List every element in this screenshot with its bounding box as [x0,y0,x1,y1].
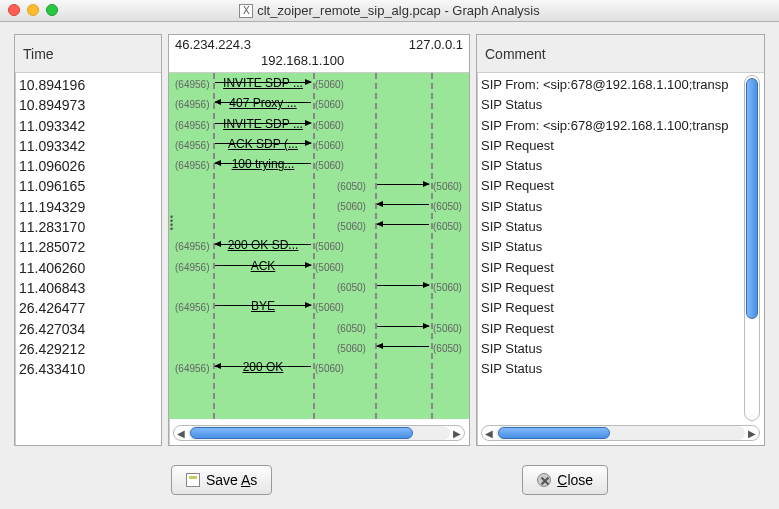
comment-item[interactable]: SIP Status [481,359,760,379]
port-label: (5060) [315,302,344,313]
arrow-left-icon [377,204,429,205]
arrow-right-icon: ACK SDP (... [215,143,311,144]
comment-item[interactable]: SIP Request [481,298,760,318]
comment-item[interactable]: SIP Status [481,217,760,237]
comment-item[interactable]: SIP Request [481,176,760,196]
comment-item[interactable]: SIP From: <sip:678@192.168.1.100;transp [481,116,760,136]
port-label: (64956) [175,99,209,110]
comment-vscroll[interactable] [744,75,760,421]
comment-item[interactable]: SIP Status [481,197,760,217]
time-item[interactable]: 26.429212 [19,339,157,359]
flow-row[interactable]: (64956)(5060)200 OK SD... [169,235,469,255]
flow-header: 46.234.224.3 192.168.1.100 127.0.0.1 [169,35,469,73]
scroll-right-icon[interactable]: ▶ [450,428,464,439]
flow-row[interactable]: (5060)(6050) [169,195,469,215]
port-label: (5060) [315,120,344,131]
comment-item[interactable]: SIP Status [481,339,760,359]
port-label: (5060) [433,181,462,192]
comment-item[interactable]: SIP Request [481,278,760,298]
close-button[interactable]: Close [522,465,608,495]
flow-row[interactable]: (5060)(6050) [169,337,469,357]
time-item[interactable]: 11.096165 [19,176,157,196]
time-item[interactable]: 10.894196 [19,75,157,95]
port-label: (64956) [175,79,209,90]
flow-row[interactable]: (64956)(5060)200 OK [169,357,469,377]
time-item[interactable]: 11.093342 [19,136,157,156]
flow-row[interactable]: (64956)(5060)407 Proxy ... [169,93,469,113]
flow-row[interactable]: (64956)(5060)INVITE SDP ... [169,73,469,93]
time-header: Time [15,35,161,73]
flow-row[interactable]: (6050)(5060) [169,317,469,337]
arrow-right-icon: INVITE SDP ... [215,82,311,83]
port-label: (64956) [175,302,209,313]
message-label: 100 trying... [215,157,311,171]
time-item[interactable]: 11.285072 [19,237,157,257]
port-label: (5060) [337,221,366,232]
message-label: ACK SDP (... [215,137,311,151]
port-label: (5060) [337,343,366,354]
flow-pane: 46.234.224.3 192.168.1.100 127.0.0.1 (64… [168,34,470,446]
flow-row[interactable]: (6050)(5060) [169,276,469,296]
time-item[interactable]: 10.894973 [19,95,157,115]
time-item[interactable]: 11.406260 [19,258,157,278]
panes: Time 10.89419610.89497311.09334211.09334… [14,34,765,446]
app-x-icon: X [239,4,253,18]
time-item[interactable]: 11.406843 [19,278,157,298]
time-item[interactable]: 26.426477 [19,298,157,318]
comment-item[interactable]: SIP Request [481,136,760,156]
port-label: (6050) [433,221,462,232]
time-item[interactable]: 26.427034 [19,319,157,339]
port-label: (64956) [175,241,209,252]
comment-item[interactable]: SIP From: <sip:678@192.168.1.100;transp [481,75,760,95]
flow-row[interactable]: (64956)(5060)100 trying... [169,154,469,174]
zoom-window-icon[interactable] [46,4,58,16]
close-window-icon[interactable] [8,4,20,16]
comment-hscroll[interactable]: ◀ ▶ [481,425,760,441]
flow-row[interactable]: (64956)(5060)ACK SDP (... [169,134,469,154]
arrow-right-icon [377,184,429,185]
time-item[interactable]: 11.093342 [19,116,157,136]
scroll-right-icon[interactable]: ▶ [745,428,759,439]
arrow-right-icon [377,285,429,286]
flow-body[interactable]: (64956)(5060)INVITE SDP ...(64956)(5060)… [169,73,469,445]
comment-pane: Comment SIP From: <sip:678@192.168.1.100… [476,34,765,446]
save-as-button[interactable]: Save As [171,465,272,495]
message-label: 407 Proxy ... [215,96,311,110]
flow-row[interactable]: (5060)(6050) [169,215,469,235]
scroll-left-icon[interactable]: ◀ [482,428,496,439]
arrow-left-icon: 100 trying... [215,163,311,164]
comment-item[interactable]: SIP Status [481,156,760,176]
time-item[interactable]: 11.096026 [19,156,157,176]
arrow-left-icon: 200 OK [215,366,311,367]
minimize-window-icon[interactable] [27,4,39,16]
port-label: (64956) [175,140,209,151]
time-item[interactable]: 26.433410 [19,359,157,379]
port-label: (64956) [175,262,209,273]
flow-row[interactable]: (6050)(5060) [169,175,469,195]
scroll-left-icon[interactable]: ◀ [174,428,188,439]
port-label: (6050) [337,323,366,334]
port-label: (5060) [315,140,344,151]
message-label: 200 OK SD... [215,238,311,252]
message-label: INVITE SDP ... [215,117,311,131]
port-label: (5060) [337,201,366,212]
message-label: ACK [215,259,311,273]
arrow-right-icon: INVITE SDP ... [215,123,311,124]
port-label: (6050) [433,343,462,354]
comment-header: Comment [477,35,764,73]
comment-item[interactable]: SIP Request [481,319,760,339]
ip-label-2: 127.0.0.1 [409,37,463,52]
flow-row[interactable]: (64956)(5060)BYE [169,296,469,316]
flow-row[interactable]: (64956)(5060)INVITE SDP ... [169,114,469,134]
port-label: (5060) [315,241,344,252]
port-label: (5060) [315,262,344,273]
comment-item[interactable]: SIP Status [481,237,760,257]
comment-item[interactable]: SIP Status [481,95,760,115]
flow-hscroll[interactable]: ◀ ▶ [173,425,465,441]
arrow-left-icon [377,224,429,225]
time-item[interactable]: 11.194329 [19,197,157,217]
comment-item[interactable]: SIP Request [481,258,760,278]
port-label: (6050) [433,201,462,212]
flow-row[interactable]: (64956)(5060)ACK [169,256,469,276]
time-item[interactable]: 11.283170 [19,217,157,237]
